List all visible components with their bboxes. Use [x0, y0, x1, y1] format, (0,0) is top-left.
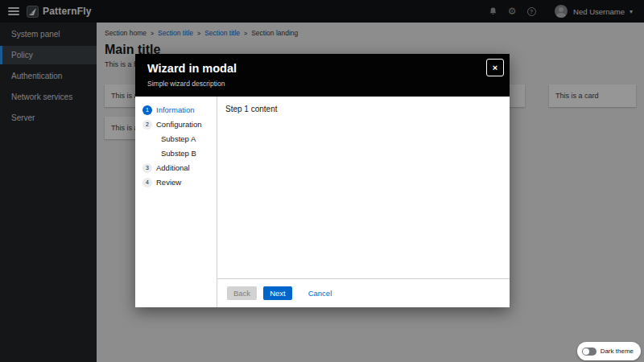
wizard-step-content: Step 1 content [217, 97, 510, 278]
close-icon: × [493, 64, 497, 72]
wizard: 1 Information 2 Configuration Substep A … [135, 97, 510, 307]
wizard-step-information[interactable]: 1 Information [135, 103, 217, 117]
wizard-substep-b[interactable]: Substep B [135, 146, 217, 161]
dark-theme-toggle[interactable] [582, 348, 597, 356]
back-button[interactable]: Back [227, 286, 257, 300]
modal-header: Wizard in modal Simple wizard descriptio… [135, 54, 510, 97]
modal-title: Wizard in modal [147, 63, 497, 76]
modal-close-button[interactable]: × [486, 59, 504, 76]
step-number-badge: 3 [142, 163, 152, 173]
modal-description: Simple wizard description [147, 80, 497, 88]
wizard-step-additional[interactable]: 3 Additional [135, 161, 217, 175]
wizard-footer: Back Next Cancel [217, 278, 510, 307]
wizard-modal: Wizard in modal Simple wizard descriptio… [135, 54, 510, 307]
wizard-nav: 1 Information 2 Configuration Substep A … [135, 97, 217, 307]
wizard-main: Step 1 content Back Next Cancel [217, 97, 510, 307]
wizard-step-review[interactable]: 4 Review [135, 175, 217, 190]
step-number-badge: 4 [142, 178, 152, 187]
step-number-badge: 2 [142, 120, 152, 130]
step-number-badge: 1 [142, 105, 152, 115]
wizard-substep-a[interactable]: Substep A [135, 132, 217, 146]
toggle-knob [583, 348, 589, 355]
cancel-button[interactable]: Cancel [305, 286, 336, 300]
wizard-step-configuration[interactable]: 2 Configuration [135, 117, 217, 132]
dark-theme-pill: Dark theme [577, 342, 641, 360]
next-button[interactable]: Next [263, 286, 292, 300]
dark-theme-label: Dark theme [601, 348, 634, 355]
